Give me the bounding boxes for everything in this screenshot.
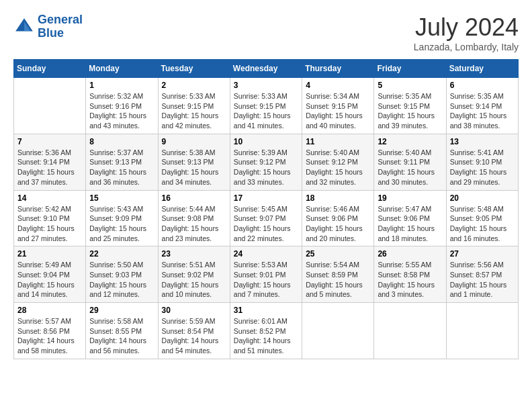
day-info: Sunrise: 5:37 AMSunset: 9:13 PMDaylight:… bbox=[89, 148, 154, 187]
calendar-week-4: 21Sunrise: 5:49 AMSunset: 9:04 PMDayligh… bbox=[14, 246, 519, 303]
day-info: Sunrise: 5:54 AMSunset: 8:59 PMDaylight:… bbox=[306, 260, 370, 300]
day-info: Sunrise: 5:47 AMSunset: 9:06 PMDaylight:… bbox=[378, 204, 442, 244]
calendar-cell: 15Sunrise: 5:43 AMSunset: 9:09 PMDayligh… bbox=[86, 190, 158, 246]
day-info: Sunrise: 5:58 AMSunset: 8:55 PMDaylight:… bbox=[89, 316, 154, 356]
svg-marker-1 bbox=[24, 21, 31, 31]
weekday-header-thursday: Thursday bbox=[302, 60, 374, 78]
day-info: Sunrise: 5:38 AMSunset: 9:13 PMDaylight:… bbox=[162, 148, 226, 187]
calendar-cell: 24Sunrise: 5:53 AMSunset: 9:01 PMDayligh… bbox=[230, 246, 302, 303]
calendar-cell: 9Sunrise: 5:38 AMSunset: 9:13 PMDaylight… bbox=[158, 134, 230, 190]
day-number: 4 bbox=[306, 81, 370, 90]
calendar-cell: 13Sunrise: 5:41 AMSunset: 9:10 PMDayligh… bbox=[446, 134, 518, 190]
day-info: Sunrise: 5:48 AMSunset: 9:05 PMDaylight:… bbox=[450, 204, 515, 244]
day-info: Sunrise: 5:39 AMSunset: 9:12 PMDaylight:… bbox=[234, 148, 298, 187]
weekday-header-saturday: Saturday bbox=[446, 60, 518, 78]
day-info: Sunrise: 5:46 AMSunset: 9:06 PMDaylight:… bbox=[306, 204, 370, 244]
day-info: Sunrise: 5:57 AMSunset: 8:56 PMDaylight:… bbox=[17, 316, 82, 356]
weekday-header-row: SundayMondayTuesdayWednesdayThursdayFrid… bbox=[14, 60, 519, 78]
calendar-cell: 1Sunrise: 5:32 AMSunset: 9:16 PMDaylight… bbox=[86, 78, 158, 134]
calendar-cell: 16Sunrise: 5:44 AMSunset: 9:08 PMDayligh… bbox=[158, 190, 230, 246]
calendar-cell: 11Sunrise: 5:40 AMSunset: 9:12 PMDayligh… bbox=[302, 134, 374, 190]
day-number: 23 bbox=[162, 249, 226, 259]
logo-line1: General bbox=[38, 13, 83, 26]
calendar-cell: 7Sunrise: 5:36 AMSunset: 9:14 PMDaylight… bbox=[14, 134, 86, 190]
calendar-week-1: 1Sunrise: 5:32 AMSunset: 9:16 PMDaylight… bbox=[14, 78, 519, 134]
day-number: 11 bbox=[306, 137, 370, 146]
day-info: Sunrise: 5:36 AMSunset: 9:14 PMDaylight:… bbox=[17, 148, 82, 187]
day-number: 8 bbox=[89, 137, 154, 146]
calendar-cell: 31Sunrise: 6:01 AMSunset: 8:52 PMDayligh… bbox=[230, 303, 302, 359]
day-number: 16 bbox=[162, 193, 226, 203]
day-info: Sunrise: 5:56 AMSunset: 8:57 PMDaylight:… bbox=[450, 260, 515, 300]
day-info: Sunrise: 5:40 AMSunset: 9:11 PMDaylight:… bbox=[378, 148, 442, 187]
day-number: 14 bbox=[17, 193, 82, 203]
calendar-cell: 20Sunrise: 5:48 AMSunset: 9:05 PMDayligh… bbox=[446, 190, 518, 246]
day-number: 17 bbox=[234, 193, 298, 203]
day-info: Sunrise: 5:32 AMSunset: 9:16 PMDaylight:… bbox=[89, 91, 154, 131]
day-info: Sunrise: 5:35 AMSunset: 9:14 PMDaylight:… bbox=[450, 91, 515, 131]
calendar-cell: 14Sunrise: 5:42 AMSunset: 9:10 PMDayligh… bbox=[14, 190, 86, 246]
day-number: 31 bbox=[234, 306, 298, 315]
day-number: 18 bbox=[306, 193, 370, 203]
calendar-cell: 5Sunrise: 5:35 AMSunset: 9:15 PMDaylight… bbox=[374, 78, 446, 134]
calendar-week-5: 28Sunrise: 5:57 AMSunset: 8:56 PMDayligh… bbox=[14, 303, 519, 359]
calendar-cell: 28Sunrise: 5:57 AMSunset: 8:56 PMDayligh… bbox=[14, 303, 86, 359]
calendar-cell: 19Sunrise: 5:47 AMSunset: 9:06 PMDayligh… bbox=[374, 190, 446, 246]
day-number: 2 bbox=[162, 81, 226, 90]
calendar-cell: 27Sunrise: 5:56 AMSunset: 8:57 PMDayligh… bbox=[446, 246, 518, 303]
calendar-cell: 2Sunrise: 5:33 AMSunset: 9:15 PMDaylight… bbox=[158, 78, 230, 134]
logo: General Blue bbox=[13, 13, 83, 40]
calendar-cell: 12Sunrise: 5:40 AMSunset: 9:11 PMDayligh… bbox=[374, 134, 446, 190]
calendar-week-3: 14Sunrise: 5:42 AMSunset: 9:10 PMDayligh… bbox=[14, 190, 519, 246]
day-number: 24 bbox=[234, 249, 298, 259]
logo-icon bbox=[13, 16, 35, 38]
calendar-cell: 8Sunrise: 5:37 AMSunset: 9:13 PMDaylight… bbox=[86, 134, 158, 190]
calendar-cell: 3Sunrise: 5:33 AMSunset: 9:15 PMDaylight… bbox=[230, 78, 302, 134]
calendar-cell: 18Sunrise: 5:46 AMSunset: 9:06 PMDayligh… bbox=[302, 190, 374, 246]
day-info: Sunrise: 5:50 AMSunset: 9:03 PMDaylight:… bbox=[89, 260, 154, 300]
weekday-header-friday: Friday bbox=[374, 60, 446, 78]
calendar-week-2: 7Sunrise: 5:36 AMSunset: 9:14 PMDaylight… bbox=[14, 134, 519, 190]
day-info: Sunrise: 5:33 AMSunset: 9:15 PMDaylight:… bbox=[162, 91, 226, 131]
title-block: July 2024 Lanzada, Lombardy, Italy bbox=[414, 13, 519, 52]
day-number: 15 bbox=[89, 193, 154, 203]
day-info: Sunrise: 5:33 AMSunset: 9:15 PMDaylight:… bbox=[234, 91, 298, 131]
calendar-cell: 30Sunrise: 5:59 AMSunset: 8:54 PMDayligh… bbox=[158, 303, 230, 359]
calendar-cell: 17Sunrise: 5:45 AMSunset: 9:07 PMDayligh… bbox=[230, 190, 302, 246]
calendar-body: 1Sunrise: 5:32 AMSunset: 9:16 PMDaylight… bbox=[14, 78, 519, 359]
day-number: 29 bbox=[89, 306, 154, 315]
day-number: 12 bbox=[378, 137, 442, 146]
month-year: July 2024 bbox=[414, 13, 519, 42]
day-number: 28 bbox=[17, 306, 82, 315]
calendar-cell: 22Sunrise: 5:50 AMSunset: 9:03 PMDayligh… bbox=[86, 246, 158, 303]
day-number: 7 bbox=[17, 137, 82, 146]
day-info: Sunrise: 5:45 AMSunset: 9:07 PMDaylight:… bbox=[234, 204, 298, 244]
day-info: Sunrise: 5:41 AMSunset: 9:10 PMDaylight:… bbox=[450, 148, 515, 187]
weekday-header-wednesday: Wednesday bbox=[230, 60, 302, 78]
calendar-cell: 10Sunrise: 5:39 AMSunset: 9:12 PMDayligh… bbox=[230, 134, 302, 190]
day-number: 20 bbox=[450, 193, 515, 203]
day-number: 27 bbox=[450, 249, 515, 259]
day-number: 3 bbox=[234, 81, 298, 90]
day-info: Sunrise: 6:01 AMSunset: 8:52 PMDaylight:… bbox=[234, 316, 298, 356]
day-number: 26 bbox=[378, 249, 442, 259]
day-info: Sunrise: 5:35 AMSunset: 9:15 PMDaylight:… bbox=[378, 91, 442, 131]
calendar-cell bbox=[14, 78, 86, 134]
logo-line2: Blue bbox=[38, 26, 64, 40]
day-info: Sunrise: 5:34 AMSunset: 9:15 PMDaylight:… bbox=[306, 91, 370, 131]
day-info: Sunrise: 5:49 AMSunset: 9:04 PMDaylight:… bbox=[17, 260, 82, 300]
calendar-cell bbox=[302, 303, 374, 359]
calendar-cell: 4Sunrise: 5:34 AMSunset: 9:15 PMDaylight… bbox=[302, 78, 374, 134]
day-number: 5 bbox=[378, 81, 442, 90]
day-number: 30 bbox=[162, 306, 226, 315]
day-number: 19 bbox=[378, 193, 442, 203]
weekday-header-monday: Monday bbox=[86, 60, 158, 78]
logo-text: General Blue bbox=[38, 13, 83, 40]
page-header: General Blue July 2024 Lanzada, Lombardy… bbox=[13, 13, 519, 52]
calendar-table: SundayMondayTuesdayWednesdayThursdayFrid… bbox=[13, 59, 519, 359]
day-number: 21 bbox=[17, 249, 82, 259]
day-info: Sunrise: 5:43 AMSunset: 9:09 PMDaylight:… bbox=[89, 204, 154, 244]
day-info: Sunrise: 5:40 AMSunset: 9:12 PMDaylight:… bbox=[306, 148, 370, 187]
calendar-cell: 26Sunrise: 5:55 AMSunset: 8:58 PMDayligh… bbox=[374, 246, 446, 303]
calendar-cell: 23Sunrise: 5:51 AMSunset: 9:02 PMDayligh… bbox=[158, 246, 230, 303]
